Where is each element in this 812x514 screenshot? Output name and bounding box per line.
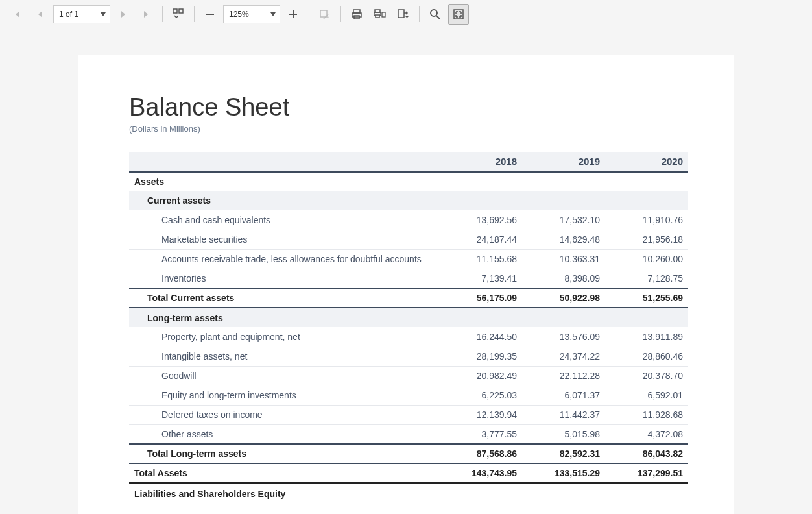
svg-rect-12 xyxy=(382,12,385,17)
row-value xyxy=(605,308,688,327)
zoom-selector[interactable]: 125% xyxy=(223,5,280,23)
next-page-button[interactable] xyxy=(113,4,134,25)
row-label: Inventories xyxy=(129,269,439,288)
table-row: Property, plant and equipment, net16,244… xyxy=(129,327,688,347)
row-value: 17,532.10 xyxy=(522,210,605,230)
table-row: Liabilities and Shareholders Equity xyxy=(129,483,688,503)
row-value xyxy=(605,191,688,210)
toggle-multipage-button[interactable] xyxy=(168,4,189,25)
table-row: Current assets xyxy=(129,191,688,210)
row-value: 133,515.29 xyxy=(522,463,605,483)
page-viewport: Balance Sheet (Dollars in Millions) 2018… xyxy=(0,29,812,514)
row-value xyxy=(439,191,522,210)
subsection-current-assets: Current assets xyxy=(129,191,439,210)
first-page-button[interactable] xyxy=(6,4,27,25)
highlight-editing-button[interactable] xyxy=(315,4,335,25)
row-label: Goodwill xyxy=(129,366,439,386)
svg-rect-0 xyxy=(173,9,177,13)
last-page-button[interactable] xyxy=(136,4,157,25)
caret-down-icon xyxy=(101,12,106,16)
print-page-button[interactable] xyxy=(370,4,390,25)
svg-rect-2 xyxy=(206,14,214,15)
row-value: 87,568.86 xyxy=(439,444,522,463)
row-value: 50,922.98 xyxy=(522,288,605,308)
section-liabilities-equity: Liabilities and Shareholders Equity xyxy=(129,483,439,503)
table-row: Inventories7,139.418,398.097,128.75 xyxy=(129,269,688,288)
table-row: Other assets3,777.555,015.984,372.08 xyxy=(129,424,688,444)
row-value xyxy=(522,308,605,327)
fullscreen-button[interactable] xyxy=(448,4,469,25)
row-value xyxy=(605,171,688,191)
table-row: Total Long-term assets87,568.8682,592.31… xyxy=(129,444,688,463)
print-button[interactable] xyxy=(346,4,367,25)
row-label: Marketable securities xyxy=(129,230,439,249)
row-value: 20,982.49 xyxy=(439,366,522,386)
row-value: 7,128.75 xyxy=(605,269,688,288)
row-value: 6,225.03 xyxy=(439,386,522,405)
row-value: 24,187.44 xyxy=(439,230,522,249)
row-value: 86,043.82 xyxy=(605,444,688,463)
table-row: Assets xyxy=(129,171,688,191)
svg-point-14 xyxy=(431,10,437,16)
table-row: Goodwill20,982.4922,112.2820,378.70 xyxy=(129,366,688,386)
row-value xyxy=(522,171,605,191)
row-label: Equity and long-term investments xyxy=(129,386,439,405)
row-value: 14,629.48 xyxy=(522,230,605,249)
row-value: 56,175.09 xyxy=(439,288,522,308)
page-display-text: 1 of 1 xyxy=(59,10,78,19)
table-row: Accounts receivable trade, less allowanc… xyxy=(129,249,688,269)
row-value xyxy=(522,191,605,210)
row-value: 20,378.70 xyxy=(605,366,688,386)
row-value: 21,956.18 xyxy=(605,230,688,249)
row-value: 12,139.94 xyxy=(439,405,522,424)
subsection-long-term-assets: Long-term assets xyxy=(129,308,439,327)
row-value: 3,777.55 xyxy=(439,424,522,444)
page-selector[interactable]: 1 of 1 xyxy=(53,5,110,23)
total-long-term-assets: Total Long-term assets xyxy=(129,444,439,463)
table-row: Cash and cash equivalents13,692.5617,532… xyxy=(129,210,688,230)
table-row: Total Current assets56,175.0950,922.9851… xyxy=(129,288,688,308)
row-label: Other assets xyxy=(129,424,439,444)
zoom-in-button[interactable] xyxy=(283,4,304,25)
row-value: 82,592.31 xyxy=(522,444,605,463)
report-page: Balance Sheet (Dollars in Millions) 2018… xyxy=(78,55,734,514)
table-row: Equity and long-term investments6,225.03… xyxy=(129,386,688,405)
row-value: 11,155.68 xyxy=(439,249,522,269)
row-label: Property, plant and equipment, net xyxy=(129,327,439,347)
header-blank xyxy=(129,152,439,172)
balance-sheet-table: 2018 2019 2020 AssetsCurrent assetsCash … xyxy=(129,152,688,503)
svg-rect-4 xyxy=(293,10,294,18)
table-row: Long-term assets xyxy=(129,308,688,327)
zoom-out-button[interactable] xyxy=(200,4,221,25)
row-value: 6,071.37 xyxy=(522,386,605,405)
row-value: 10,260.00 xyxy=(605,249,688,269)
zoom-display-text: 125% xyxy=(229,10,249,19)
export-button[interactable] xyxy=(393,4,414,25)
row-value: 28,860.46 xyxy=(605,347,688,366)
row-label: Cash and cash equivalents xyxy=(129,210,439,230)
caret-down-icon xyxy=(270,12,276,16)
table-row: Marketable securities24,187.4414,629.482… xyxy=(129,230,688,249)
table-row: Intangible assets, net28,199.3524,374.22… xyxy=(129,347,688,366)
header-year-1: 2019 xyxy=(522,152,605,172)
svg-rect-15 xyxy=(454,10,463,19)
row-label: Intangible assets, net xyxy=(129,347,439,366)
header-year-0: 2018 xyxy=(439,152,522,172)
table-header-row: 2018 2019 2020 xyxy=(129,152,688,172)
row-label: Defered taxes on income xyxy=(129,405,439,424)
section-assets: Assets xyxy=(129,171,439,191)
row-value: 16,244.50 xyxy=(439,327,522,347)
row-value: 13,692.56 xyxy=(439,210,522,230)
separator xyxy=(194,6,195,22)
row-value: 22,112.28 xyxy=(522,366,605,386)
report-toolbar: 1 of 1 125% xyxy=(0,0,812,29)
row-value xyxy=(439,171,522,191)
svg-rect-1 xyxy=(179,9,183,13)
svg-rect-7 xyxy=(352,13,361,17)
row-value: 28,199.35 xyxy=(439,347,522,366)
table-row: Defered taxes on income12,139.9411,442.3… xyxy=(129,405,688,424)
row-value: 13,911.89 xyxy=(605,327,688,347)
prev-page-button[interactable] xyxy=(30,4,51,25)
search-button[interactable] xyxy=(425,4,446,25)
row-value: 137,299.51 xyxy=(605,463,688,483)
